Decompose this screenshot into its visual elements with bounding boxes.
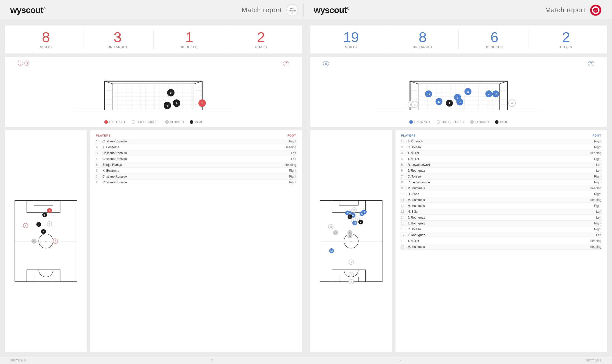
- svg-rect-140: [332, 270, 365, 282]
- left-ontarget-value: 3: [82, 30, 153, 44]
- left-blocked-label: BLOCKED: [154, 45, 225, 49]
- left-stats-bar: 8 SHOTS 3 ON TARGET 1 BLOCKED 2 GOALS: [5, 25, 302, 53]
- right-players-foot-label: FOOT: [592, 134, 601, 137]
- legend-blocked: BLOCKED: [165, 120, 184, 124]
- svg-text:4: 4: [360, 221, 361, 223]
- svg-text:15: 15: [438, 101, 440, 103]
- left-players-header-label: PLAYERS: [96, 134, 111, 137]
- legend-goal-dot: [190, 120, 193, 124]
- right-player-row: 9M. HummelsHeading: [400, 185, 603, 191]
- right-match-report: Match report FCB: [463, 0, 612, 20]
- right-player-row: 15J. RodríguezRight: [400, 221, 603, 226]
- wyscout-logo-left: wyscout®: [10, 5, 45, 15]
- left-player-row: 5Sergio RamosHeading: [95, 162, 297, 168]
- left-goals-label: GOALS: [225, 45, 297, 49]
- svg-text:14: 14: [349, 235, 351, 237]
- rm-badge: REAL MADRID ⚽: [286, 4, 298, 16]
- legend-goal: GOAL: [190, 120, 203, 124]
- svg-text:6: 6: [44, 214, 45, 216]
- legend-blocked-label: BLOCKED: [170, 120, 184, 124]
- svg-text:2: 2: [170, 91, 172, 95]
- right-players-table: PLAYERS FOOT 1J. KimmichRight2C. Tolisso…: [396, 130, 607, 352]
- right-legend-out-dot: [437, 120, 440, 124]
- left-match-report-title: Match report: [242, 6, 282, 14]
- svg-rect-139: [339, 200, 358, 205]
- left-player-row: 2K. BenzemaHeading: [95, 144, 297, 150]
- left-bottom: 6 2 7 4 5: [5, 130, 302, 352]
- right-player-row: 5R. LewandowskiLeft: [400, 162, 603, 168]
- right-player-row: 4T. MüllerRight: [400, 156, 603, 162]
- left-players-header: PLAYERS FOOT: [95, 134, 297, 137]
- right-match-report-title: Match report: [545, 6, 585, 14]
- svg-text:8: 8: [33, 240, 35, 242]
- wyscout-logo-right: wyscout®: [314, 5, 349, 15]
- svg-text:19: 19: [353, 209, 355, 211]
- left-pitch-svg: 6 2 7 4 5: [8, 133, 84, 349]
- svg-text:10: 10: [427, 93, 430, 96]
- left-zone-label-left: 5 3: [18, 61, 29, 65]
- right-legend-goal-label: GOAL: [500, 120, 508, 124]
- legend-out-label: OUT OF TARGET: [137, 120, 159, 124]
- svg-point-180: [351, 241, 352, 242]
- right-goal-frame: 1 10 12 15 5 16: [315, 67, 602, 118]
- left-player-row: 8Cristiano RonaldoRight: [95, 180, 297, 185]
- svg-text:FCB: FCB: [594, 10, 597, 11]
- svg-text:7: 7: [49, 223, 50, 225]
- right-goals-value: 2: [530, 30, 602, 44]
- left-ontarget-label: ON TARGET: [82, 45, 153, 49]
- right-zone-label-right: 7: [588, 61, 594, 66]
- right-player-row: 11M. HummelsHeading: [400, 197, 603, 203]
- right-players-header-label: PLAYERS: [401, 134, 416, 137]
- right-player-row: 7C. TolissoRight: [400, 174, 603, 180]
- right-legend-blocked-dot: [470, 120, 474, 124]
- right-players-header: PLAYERS FOOT: [400, 134, 603, 137]
- svg-text:1: 1: [49, 209, 50, 212]
- right-legend-blocked: BLOCKED: [470, 120, 489, 124]
- right-legend-goal: GOAL: [495, 120, 508, 124]
- right-bottom: 5 8 19 15 16: [310, 130, 607, 352]
- right-zone-label-left: 6: [323, 61, 329, 66]
- right-ontarget-value: 8: [387, 30, 458, 44]
- left-player-row: 1Cristiano RonaldoRight: [95, 139, 297, 144]
- svg-text:2: 2: [38, 223, 40, 226]
- svg-text:11: 11: [329, 226, 332, 228]
- svg-text:5: 5: [457, 97, 458, 99]
- right-goal-viz: 6 7: [310, 57, 607, 127]
- left-goal-viz: 5 3 7: [5, 57, 302, 127]
- legend-goal-label: GOAL: [195, 120, 203, 124]
- left-player-row: 7Cristiano RonaldoRight: [95, 174, 297, 180]
- svg-point-79: [45, 241, 46, 242]
- right-stat-ontarget: 8 ON TARGET: [387, 30, 459, 49]
- svg-text:3: 3: [55, 240, 56, 242]
- svg-text:10: 10: [330, 250, 333, 252]
- left-panel: 8 SHOTS 3 ON TARGET 1 BLOCKED 2 GOALS: [5, 25, 302, 352]
- svg-text:6: 6: [350, 261, 352, 264]
- left-stat-ontarget: 3 ON TARGET: [82, 30, 154, 49]
- right-player-row: 16C. TolissoRight: [400, 226, 603, 232]
- right-player-row: 6J. RodríguezLeft: [400, 168, 603, 174]
- svg-text:18: 18: [494, 93, 497, 96]
- left-pitch-container: 6 2 7 4 5: [5, 130, 87, 352]
- svg-text:REAL: REAL: [290, 8, 295, 9]
- right-legend-blocked-label: BLOCKED: [475, 120, 489, 124]
- right-player-row: 8R. LewandowskiRight: [400, 180, 603, 185]
- left-shots-label: SHOTS: [10, 45, 82, 49]
- right-player-row: 17J. RodríguezLeft: [400, 232, 603, 238]
- footer-page-right: 14: [398, 359, 402, 362]
- right-legend-on-target: ON TARGET: [409, 120, 430, 124]
- right-legend-on-target-label: ON TARGET: [414, 120, 430, 124]
- legend-on-target-label: ON TARGET: [109, 120, 125, 124]
- svg-text:12: 12: [467, 91, 469, 93]
- right-player-row: 2C. TolissoRight: [400, 144, 603, 150]
- right-player-row: 12M. HummelsRight: [400, 203, 603, 209]
- svg-rect-61: [27, 270, 60, 282]
- svg-text:17: 17: [334, 232, 337, 234]
- left-shots-value: 8: [10, 30, 82, 44]
- left-players-foot-label: FOOT: [287, 134, 296, 137]
- svg-rect-62: [34, 277, 53, 282]
- legend-out-of-target: OUT OF TARGET: [132, 120, 159, 124]
- footer-section-left: SECTION 6: [10, 359, 26, 362]
- svg-text:4: 4: [176, 102, 177, 105]
- svg-rect-138: [332, 200, 365, 212]
- left-stat-goals: 2 GOALS: [225, 30, 297, 49]
